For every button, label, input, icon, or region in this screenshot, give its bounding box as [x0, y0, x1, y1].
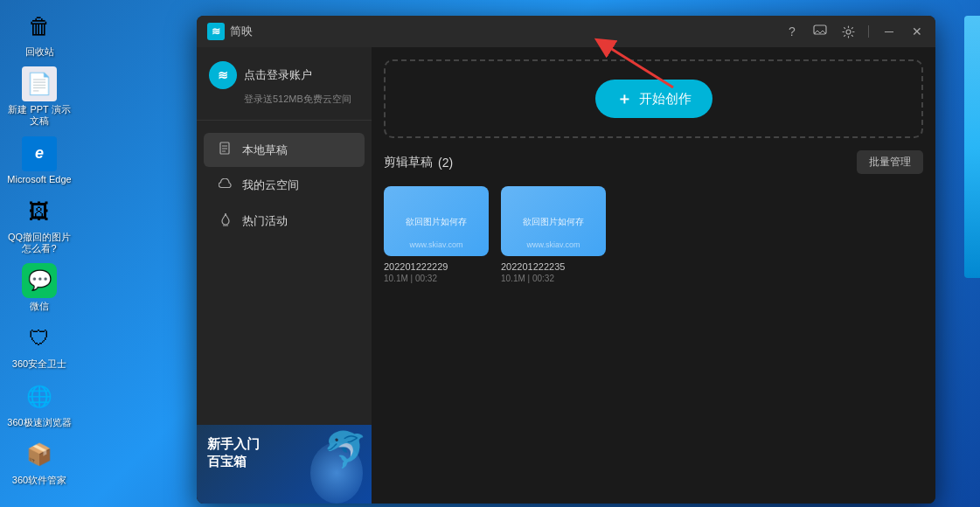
banner-fish-icon: 🐬	[323, 429, 367, 470]
project-card-2[interactable]: 欲回图片如何存 www.skiav.com 202201222235 10.1M…	[501, 186, 606, 283]
desktop-icon-360-browser[interactable]: 🌐 360极速浏览器	[4, 379, 74, 428]
project-name-1: 202201222229	[384, 261, 489, 272]
project-meta-1: 10.1M | 00:32	[384, 274, 489, 283]
project-meta-2: 10.1M | 00:32	[501, 274, 606, 283]
sidebar-item-local-draft[interactable]: 本地草稿	[204, 133, 365, 167]
project-grid: 欲回图片如何存 www.skiav.com 202201222229 10.1M…	[384, 186, 923, 283]
logo-icon: ≋	[207, 23, 225, 40]
titlebar-separator	[868, 25, 869, 38]
local-draft-label: 本地草稿	[242, 142, 288, 158]
plus-icon: ＋	[616, 88, 632, 109]
desktop-icon-wechat[interactable]: 💬 微信	[4, 263, 74, 312]
app-name: 简映	[230, 24, 253, 39]
login-subtitle: 登录送512MB免费云空间	[209, 93, 359, 106]
help-icon[interactable]: ?	[784, 24, 800, 39]
title-bar: ≋ 简映 ? ─	[197, 16, 935, 47]
create-button-label: 开始创作	[639, 91, 692, 108]
login-text: 点击登录账户	[244, 67, 312, 83]
sidebar-item-hot-activities[interactable]: 热门活动	[204, 204, 365, 238]
avatar: ≋	[209, 61, 237, 89]
local-draft-icon	[218, 142, 233, 158]
cloud-space-label: 我的云空间	[242, 177, 299, 193]
main-panel: ＋ 开始创作 剪辑草稿 (2) 批量管理	[372, 47, 935, 504]
title-bar-controls: ? ─ ✕	[784, 24, 925, 39]
app-logo: ≋ 简映	[207, 23, 253, 40]
thumb-text-1: 欲回图片如何存	[402, 212, 470, 231]
hot-icon	[218, 212, 233, 229]
login-button[interactable]: ≋ 点击登录账户	[209, 61, 359, 89]
desktop-icon-edge[interactable]: e Microsoft Edge	[4, 136, 74, 185]
close-button[interactable]: ✕	[909, 24, 925, 39]
project-thumbnail-1: 欲回图片如何存 www.skiav.com	[384, 186, 489, 256]
user-profile-area[interactable]: ≋ 点击登录账户 登录送512MB免费云空间	[197, 47, 372, 121]
settings-icon[interactable]	[840, 24, 856, 39]
project-name-2: 202201222235	[501, 261, 606, 272]
projects-title: 剪辑草稿	[384, 155, 433, 170]
create-button[interactable]: ＋ 开始创作	[595, 80, 712, 118]
projects-header: 剪辑草稿 (2) 批量管理	[384, 150, 923, 174]
hot-activities-label: 热门活动	[242, 213, 288, 229]
batch-manage-button[interactable]: 批量管理	[857, 150, 923, 174]
desktop-icon-360-guard[interactable]: 🛡 360安全卫士	[4, 321, 74, 370]
cloud-icon	[218, 178, 233, 193]
projects-title-area: 剪辑草稿 (2)	[384, 155, 453, 170]
projects-section: 剪辑草稿 (2) 批量管理 欲回图片如何存 www.skiav.com	[372, 150, 935, 504]
watermark-2: www.skiav.com	[527, 240, 580, 249]
sidebar: ≋ 点击登录账户 登录送512MB免费云空间	[197, 47, 372, 504]
minimize-button[interactable]: ─	[881, 24, 897, 39]
desktop-icon-360-software[interactable]: 📦 360软件管家	[4, 437, 74, 486]
feedback-icon[interactable]	[812, 24, 828, 39]
nav-items: 本地草稿 我的云空间	[197, 121, 372, 425]
projects-count: (2)	[438, 156, 453, 170]
desktop-icons-area: 🗑 回收站 📄 新建 PPT 演示文稿 e Microsoft Edge 🖼 Q…	[0, 0, 79, 507]
watermark-1: www.skiav.com	[410, 240, 463, 249]
project-card-1[interactable]: 欲回图片如何存 www.skiav.com 202201222229 10.1M…	[384, 186, 489, 283]
right-edge-bar	[964, 16, 980, 278]
svg-point-1	[846, 30, 851, 34]
desktop: 🗑 回收站 📄 新建 PPT 演示文稿 e Microsoft Edge 🖼 Q…	[0, 0, 980, 507]
desktop-icon-qq-photos[interactable]: 🖼 QQ撤回的图片怎么看?	[4, 194, 74, 254]
desktop-icon-new-ppt[interactable]: 📄 新建 PPT 演示文稿	[4, 66, 74, 127]
app-content: ≋ 点击登录账户 登录送512MB免费云空间	[197, 47, 935, 504]
thumb-text-2: 欲回图片如何存	[519, 212, 587, 231]
create-new-area[interactable]: ＋ 开始创作	[384, 59, 923, 138]
sidebar-banner[interactable]: 新手入门 百宝箱 🐬	[197, 425, 372, 504]
project-thumbnail-2: 欲回图片如何存 www.skiav.com	[501, 186, 606, 256]
app-window: ≋ 简映 ? ─	[197, 16, 935, 504]
banner-text: 新手入门 百宝箱	[207, 435, 260, 469]
desktop-icon-recycle-bin[interactable]: 🗑 回收站	[4, 9, 74, 58]
sidebar-item-cloud-space[interactable]: 我的云空间	[204, 169, 365, 202]
